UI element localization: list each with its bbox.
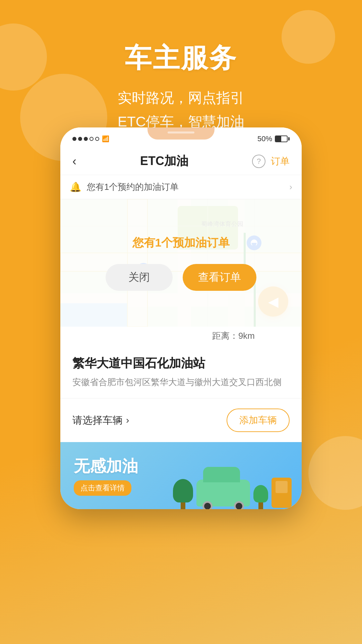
notice-arrow: › (289, 182, 292, 192)
status-right: 50% (257, 135, 290, 143)
map-area: 蜀峰湾体育公园 您有1个预加油订单 (60, 199, 302, 327)
signal-dot-1 (72, 137, 76, 141)
nav-right-actions: ? 订单 (252, 155, 290, 168)
battery-tip (288, 137, 290, 141)
tree-trunk-right (258, 502, 263, 509)
page-title: 车主服务 (0, 40, 362, 76)
back-button[interactable]: ‹ (72, 154, 76, 168)
distance-label: 距离：9km (60, 327, 302, 345)
signal-dot-5 (95, 137, 99, 141)
tree-trunk-left (181, 502, 185, 509)
signal-dots (72, 137, 99, 141)
notice-bar[interactable]: 🔔 您有1个预约的加油订单 › (60, 175, 302, 199)
promo-banner[interactable]: 无感加油 点击查看详情 (60, 442, 302, 509)
station-address: 安徽省合肥市包河区繁华大道与徽州大道交叉口西北侧 (72, 376, 290, 388)
dialog-buttons: 关闭 查看订单 (106, 264, 256, 291)
close-dialog-button[interactable]: 关闭 (106, 264, 173, 291)
banner-illustration (173, 478, 292, 509)
gas-station-illustration (272, 478, 292, 508)
tree-top-left (173, 479, 193, 502)
battery-fill (276, 136, 281, 142)
header-section: 车主服务 实时路况，网点指引 ETC停车，智慧加油 (0, 0, 362, 134)
car-illustration (196, 480, 250, 506)
car-wheel-right (234, 501, 244, 509)
battery-percent: 50% (257, 135, 272, 143)
phone-mockup: 📶 50% ‹ ETC加油 ? 订单 🔔 您有1个预约的加油订单 › (60, 127, 302, 509)
tree-top-right (253, 485, 268, 502)
header-subtitle: 实时路况，网点指引 ETC停车，智慧加油 (0, 86, 362, 134)
nav-title: ETC加油 (140, 153, 188, 169)
pre-order-dialog: 您有1个预加油订单 关闭 查看订单 (60, 199, 302, 327)
car-wheel-left (202, 501, 213, 509)
station-info-section: 繁华大道中国石化加油站 安徽省合肥市包河区繁华大道与徽州大道交叉口西北侧 请选择… (60, 345, 302, 442)
bg-decoration-circle-4 (308, 436, 362, 510)
notice-text: 您有1个预约的加油订单 (87, 181, 284, 193)
add-vehicle-button[interactable]: 添加车辆 (227, 409, 290, 432)
help-button[interactable]: ? (252, 155, 265, 168)
signal-dot-2 (78, 137, 82, 141)
tree-left (173, 479, 193, 509)
signal-dot-3 (84, 137, 88, 141)
phone-notch (147, 127, 215, 140)
banner-subtitle[interactable]: 点击查看详情 (74, 480, 131, 496)
wifi-icon: 📶 (102, 135, 109, 143)
view-order-button[interactable]: 查看订单 (183, 264, 256, 291)
vehicle-arrow-icon: › (126, 415, 129, 426)
vehicle-select-left[interactable]: 请选择车辆 › (72, 414, 129, 427)
banner-title: 无感加油 (74, 455, 138, 477)
nav-bar: ‹ ETC加油 ? 订单 (60, 148, 302, 175)
status-left: 📶 (72, 135, 109, 143)
tree-right (253, 485, 268, 509)
vehicle-row: 请选择车辆 › 添加车辆 (72, 398, 290, 442)
battery-body (275, 136, 288, 142)
notch-line (168, 131, 194, 133)
vehicle-select-label: 请选择车辆 (72, 414, 123, 427)
dialog-title: 您有1个预加油订单 (132, 235, 230, 251)
notice-icon: 🔔 (70, 181, 81, 193)
order-link[interactable]: 订单 (271, 155, 290, 168)
signal-dot-4 (89, 137, 94, 141)
banner-text-group: 无感加油 点击查看详情 (74, 455, 138, 496)
station-name: 繁华大道中国石化加油站 (72, 355, 290, 372)
battery-indicator (275, 136, 290, 142)
